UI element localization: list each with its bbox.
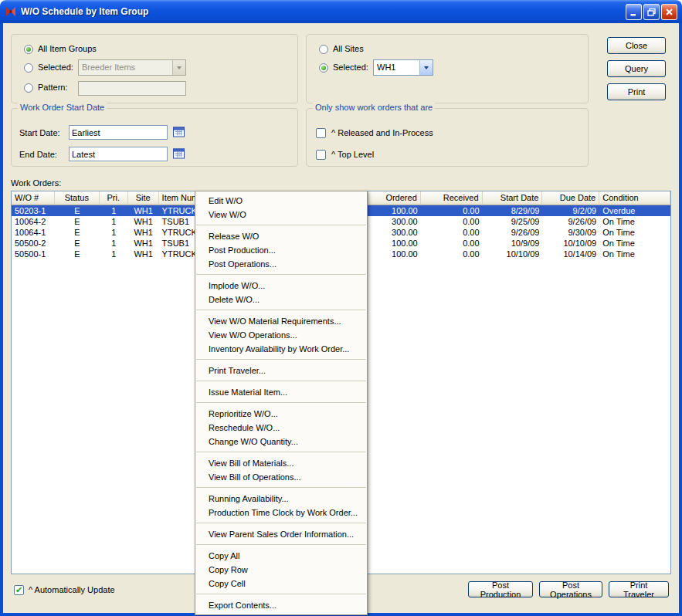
cell-w-o[interactable]: 50500-1	[12, 249, 55, 259]
menu-item-reprioritize-w-o[interactable]: Reprioritize W/O...	[195, 407, 367, 421]
column-header-w-o[interactable]: W/O #	[12, 191, 55, 205]
cell-ordered[interactable]: 100.00	[368, 238, 421, 249]
cell-pri[interactable]: 1	[100, 205, 128, 216]
query-button[interactable]: Query	[607, 60, 666, 77]
menu-item-post-operations[interactable]: Post Operations...	[195, 257, 367, 271]
cell-ordered[interactable]: 300.00	[368, 227, 421, 238]
radio-all-item-groups[interactable]	[24, 45, 33, 54]
cell-start-date[interactable]: 9/26/09	[483, 227, 543, 238]
automatically-update-checkbox[interactable]	[14, 585, 24, 595]
top-level-checkbox[interactable]	[316, 150, 326, 160]
close-button[interactable]: Close	[607, 37, 666, 54]
cell-condition[interactable]: On Time	[599, 227, 670, 238]
menu-item-print-traveler[interactable]: Print Traveler...	[195, 364, 367, 377]
start-date-input[interactable]	[69, 125, 168, 140]
print-button[interactable]: Print	[607, 83, 666, 100]
menu-item-view-w-o[interactable]: View W/O	[195, 208, 367, 222]
cell-start-date[interactable]: 9/25/09	[483, 216, 543, 227]
cell-status[interactable]: E	[55, 227, 100, 238]
cell-due-date[interactable]: 10/10/09	[542, 238, 599, 249]
column-header-start-date[interactable]: Start Date	[483, 191, 543, 205]
cell-pri[interactable]: 1	[100, 227, 128, 238]
menu-item-view-parent-sales-order-information[interactable]: View Parent Sales Order Information...	[195, 527, 367, 541]
menu-item-edit-w-o[interactable]: Edit W/O	[195, 194, 367, 208]
column-header-pri[interactable]: Pri.	[100, 191, 128, 205]
menu-item-production-time-clock-by-work-order[interactable]: Production Time Clock by Work Order...	[195, 506, 367, 520]
site-combobox[interactable]: WH1	[373, 59, 433, 76]
radio-pattern[interactable]	[24, 83, 33, 93]
cell-condition[interactable]: On Time	[599, 238, 670, 249]
menu-item-issue-material-item[interactable]: Issue Material Item...	[195, 385, 367, 399]
end-date-calendar-button[interactable]	[171, 146, 186, 161]
menu-item-delete-w-o[interactable]: Delete W/O...	[195, 293, 367, 306]
column-header-ordered[interactable]: Ordered	[368, 191, 421, 205]
close-window-button[interactable]	[661, 4, 677, 20]
menu-item-copy-cell[interactable]: Copy Cell	[195, 577, 367, 591]
post-production-button[interactable]: Post Production	[468, 581, 533, 597]
cell-site[interactable]: WH1	[128, 227, 159, 238]
cell-start-date[interactable]: 8/29/09	[483, 205, 543, 216]
column-header-due-date[interactable]: Due Date	[542, 191, 599, 205]
menu-item-reschedule-w-o[interactable]: Reschedule W/O...	[195, 421, 367, 435]
menu-item-copy-all[interactable]: Copy All	[195, 549, 367, 563]
site-combobox-arrow[interactable]	[419, 60, 433, 75]
cell-status[interactable]: E	[55, 249, 100, 259]
cell-received[interactable]: 0.00	[421, 249, 483, 259]
start-date-calendar-button[interactable]	[171, 124, 186, 140]
menu-item-view-w-o-operations[interactable]: View W/O Operations...	[195, 328, 367, 342]
post-operations-button[interactable]: Post Operations	[539, 581, 602, 597]
cell-pri[interactable]: 1	[100, 249, 128, 259]
end-date-input[interactable]	[69, 147, 168, 161]
cell-w-o[interactable]: 10064-2	[12, 216, 55, 227]
cell-start-date[interactable]: 10/9/09	[483, 238, 543, 249]
cell-site[interactable]: WH1	[128, 205, 159, 216]
cell-site[interactable]: WH1	[128, 216, 159, 227]
print-traveler-button[interactable]: Print Traveler	[609, 581, 669, 597]
cell-due-date[interactable]: 10/14/09	[542, 249, 599, 259]
cell-received[interactable]: 0.00	[421, 216, 483, 227]
released-in-process-checkbox[interactable]	[316, 128, 326, 138]
cell-received[interactable]: 0.00	[421, 227, 483, 238]
menu-item-view-bill-of-materials[interactable]: View Bill of Materials...	[195, 456, 367, 470]
menu-item-view-bill-of-operations[interactable]: View Bill of Operations...	[195, 470, 367, 484]
column-header-condition[interactable]: Condition	[599, 191, 670, 205]
cell-received[interactable]: 0.00	[421, 238, 483, 249]
cell-due-date[interactable]: 9/26/09	[542, 216, 599, 227]
cell-status[interactable]: E	[55, 238, 100, 249]
menu-item-view-w-o-material-requirements[interactable]: View W/O Material Requirements...	[195, 314, 367, 328]
cell-w-o[interactable]: 50500-2	[12, 238, 55, 249]
cell-w-o[interactable]: 10064-1	[12, 227, 55, 238]
cell-start-date[interactable]: 10/10/09	[483, 249, 543, 259]
cell-site[interactable]: WH1	[128, 238, 159, 249]
cell-site[interactable]: WH1	[128, 249, 159, 259]
menu-item-copy-row[interactable]: Copy Row	[195, 563, 367, 577]
column-header-status[interactable]: Status	[55, 191, 100, 205]
menu-item-implode-w-o[interactable]: Implode W/O...	[195, 279, 367, 293]
cell-status[interactable]: E	[55, 205, 100, 216]
menu-item-inventory-availability-by-work-order[interactable]: Inventory Availability by Work Order...	[195, 342, 367, 356]
cell-due-date[interactable]: 9/30/09	[542, 227, 599, 238]
cell-status[interactable]: E	[55, 216, 100, 227]
menu-item-post-production[interactable]: Post Production...	[195, 243, 367, 257]
restore-button[interactable]	[643, 4, 660, 20]
cell-condition[interactable]: On Time	[599, 249, 670, 259]
cell-ordered[interactable]: 100.00	[368, 249, 421, 259]
cell-due-date[interactable]: 9/2/09	[542, 205, 599, 216]
cell-w-o[interactable]: 50203-1	[12, 205, 55, 216]
cell-pri[interactable]: 1	[100, 216, 128, 227]
menu-item-running-availability[interactable]: Running Availability...	[195, 492, 367, 506]
cell-condition[interactable]: On Time	[599, 216, 670, 227]
cell-ordered[interactable]: 100.00	[368, 205, 421, 216]
radio-selected-item-group[interactable]	[24, 63, 33, 73]
column-header-site[interactable]: Site	[128, 191, 159, 205]
radio-selected-site[interactable]	[319, 63, 328, 73]
cell-pri[interactable]: 1	[100, 238, 128, 249]
menu-item-export-contents[interactable]: Export Contents...	[195, 598, 367, 612]
cell-ordered[interactable]: 300.00	[368, 216, 421, 227]
radio-all-sites[interactable]	[319, 45, 328, 54]
cell-received[interactable]: 0.00	[421, 205, 483, 216]
minimize-button[interactable]	[626, 4, 642, 20]
column-header-received[interactable]: Received	[421, 191, 483, 205]
menu-item-change-w-o-quantity[interactable]: Change W/O Quantity...	[195, 435, 367, 448]
cell-condition[interactable]: Overdue	[599, 205, 670, 216]
